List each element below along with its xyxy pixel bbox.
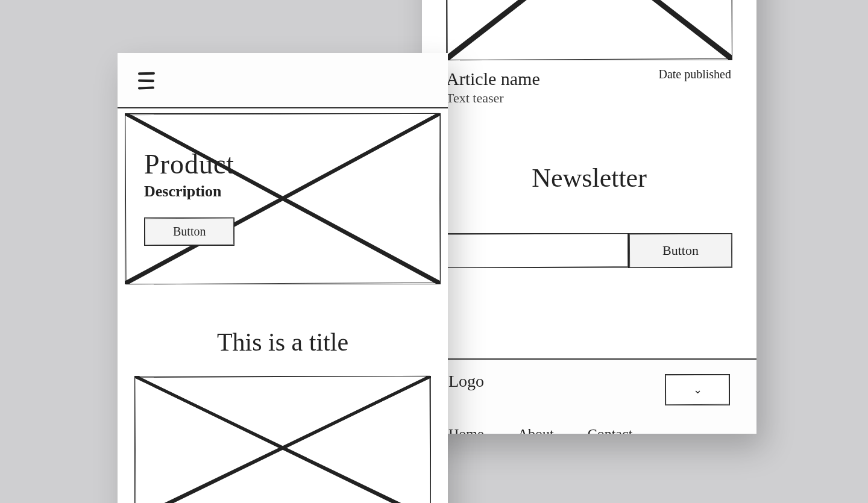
hero-subtitle: Description (144, 183, 234, 201)
article-date: Date published (658, 67, 731, 81)
svg-line-1 (446, 0, 732, 60)
article-teaser: Text teaser (446, 90, 732, 106)
language-picker[interactable]: ⌄ (665, 374, 730, 405)
svg-line-9 (134, 376, 431, 503)
hero-title: Product (144, 148, 234, 180)
footer-link-home[interactable]: Home (448, 426, 484, 434)
wireframe-screen-left: Product Description Button This is a tit… (118, 53, 448, 503)
newsletter-title: Newsletter (422, 163, 756, 193)
footer-nav: Home About Contact (448, 426, 730, 434)
hero-image-placeholder: Product Description Button (125, 113, 441, 284)
footer: Logo ⌄ Home About Contact (422, 358, 756, 434)
hamburger-menu-icon[interactable] (138, 72, 155, 89)
chevron-down-icon: ⌄ (693, 383, 702, 396)
svg-line-0 (446, 0, 732, 60)
hero-cta-button[interactable]: Button (144, 217, 234, 246)
footer-link-about[interactable]: About (518, 426, 554, 434)
footer-link-contact[interactable]: Contact (588, 426, 633, 434)
newsletter-section: Newsletter Button (422, 163, 756, 268)
section-title: This is a title (118, 328, 448, 357)
svg-line-8 (134, 376, 431, 503)
article-meta: Article name Date published Text teaser (422, 66, 756, 106)
wireframe-screen-right: Article name Date published Text teaser … (422, 0, 756, 434)
svg-line-11 (134, 376, 430, 503)
newsletter-submit-button[interactable]: Button (629, 233, 732, 268)
card-image-placeholder (134, 376, 431, 503)
svg-line-10 (136, 376, 431, 503)
newsletter-form: Button (446, 233, 732, 268)
newsletter-email-input[interactable] (446, 233, 629, 268)
article-image-placeholder (446, 0, 732, 60)
topbar (118, 53, 448, 108)
